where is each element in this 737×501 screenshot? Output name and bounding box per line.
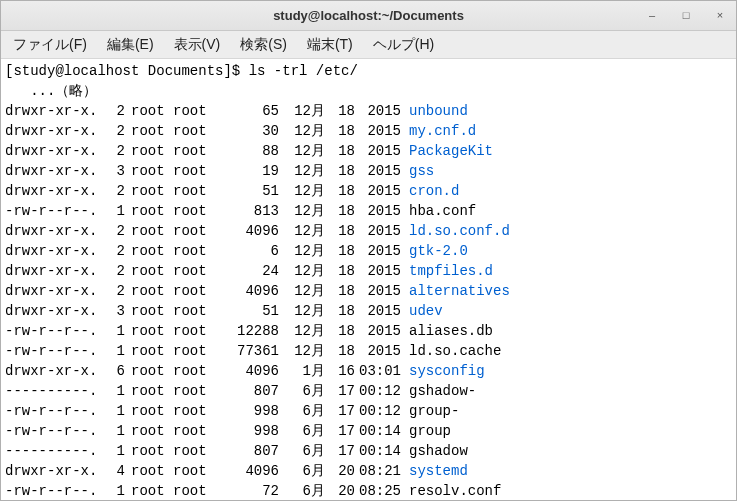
time-or-year: 2015 bbox=[355, 281, 409, 301]
ls-row: drwxr-xr-x.2rootroot3012月182015my.cnf.d bbox=[5, 121, 732, 141]
minimize-button[interactable]: – bbox=[642, 5, 662, 25]
day: 18 bbox=[325, 321, 355, 341]
filename: sysconfig bbox=[409, 361, 732, 381]
filename: udev bbox=[409, 301, 732, 321]
day: 18 bbox=[325, 301, 355, 321]
month: 6月 bbox=[279, 401, 325, 421]
link-count: 3 bbox=[95, 161, 125, 181]
permissions: ----------. bbox=[5, 381, 95, 401]
menu-search[interactable]: 検索(S) bbox=[232, 32, 295, 58]
time-or-year: 2015 bbox=[355, 321, 409, 341]
time-or-year: 2015 bbox=[355, 181, 409, 201]
menu-view[interactable]: 表示(V) bbox=[166, 32, 229, 58]
month: 12月 bbox=[279, 181, 325, 201]
menu-help[interactable]: ヘルプ(H) bbox=[365, 32, 442, 58]
month: 12月 bbox=[279, 261, 325, 281]
link-count: 2 bbox=[95, 261, 125, 281]
ls-row: drwxr-xr-x.2rootroot6512月182015unbound bbox=[5, 101, 732, 121]
owner: root bbox=[125, 301, 173, 321]
prompt: [study@localhost Documents]$ bbox=[5, 63, 249, 79]
close-button[interactable]: × bbox=[710, 5, 730, 25]
permissions: drwxr-xr-x. bbox=[5, 181, 95, 201]
maximize-button[interactable]: □ bbox=[676, 5, 696, 25]
owner: root bbox=[125, 441, 173, 461]
month: 12月 bbox=[279, 141, 325, 161]
size: 51 bbox=[223, 181, 279, 201]
owner: root bbox=[125, 281, 173, 301]
month: 12月 bbox=[279, 281, 325, 301]
link-count: 1 bbox=[95, 321, 125, 341]
time-or-year: 2015 bbox=[355, 101, 409, 121]
link-count: 6 bbox=[95, 361, 125, 381]
filename: group- bbox=[409, 401, 732, 421]
menu-edit[interactable]: 編集(E) bbox=[99, 32, 162, 58]
link-count: 3 bbox=[95, 301, 125, 321]
size: 12288 bbox=[223, 321, 279, 341]
day: 18 bbox=[325, 341, 355, 361]
owner: root bbox=[125, 481, 173, 500]
owner: root bbox=[125, 421, 173, 441]
time-or-year: 00:12 bbox=[355, 401, 409, 421]
permissions: -rw-r--r--. bbox=[5, 201, 95, 221]
titlebar: study@localhost:~/Documents – □ × bbox=[1, 1, 736, 31]
permissions: drwxr-xr-x. bbox=[5, 221, 95, 241]
link-count: 2 bbox=[95, 281, 125, 301]
filename: tmpfiles.d bbox=[409, 261, 732, 281]
filename: PackageKit bbox=[409, 141, 732, 161]
ls-row: drwxr-xr-x.2rootroot2412月182015tmpfiles.… bbox=[5, 261, 732, 281]
month: 12月 bbox=[279, 321, 325, 341]
size: 813 bbox=[223, 201, 279, 221]
filename: group bbox=[409, 421, 732, 441]
month: 6月 bbox=[279, 421, 325, 441]
size: 88 bbox=[223, 141, 279, 161]
day: 18 bbox=[325, 121, 355, 141]
group: root bbox=[173, 221, 223, 241]
day: 16 bbox=[325, 361, 355, 381]
ls-row: -rw-r--r--.1rootroot9986月1700:14group bbox=[5, 421, 732, 441]
time-or-year: 2015 bbox=[355, 341, 409, 361]
time-or-year: 2015 bbox=[355, 121, 409, 141]
terminal-area[interactable]: [study@localhost Documents]$ ls -trl /et… bbox=[1, 59, 736, 500]
filename: my.cnf.d bbox=[409, 121, 732, 141]
ls-row: -rw-r--r--.1rootroot9986月1700:12group- bbox=[5, 401, 732, 421]
command: ls -trl /etc/ bbox=[249, 63, 358, 79]
group: root bbox=[173, 401, 223, 421]
month: 6月 bbox=[279, 441, 325, 461]
group: root bbox=[173, 481, 223, 500]
permissions: -rw-r--r--. bbox=[5, 321, 95, 341]
size: 51 bbox=[223, 301, 279, 321]
filename: gshadow- bbox=[409, 381, 732, 401]
menu-file[interactable]: ファイル(F) bbox=[5, 32, 95, 58]
day: 18 bbox=[325, 241, 355, 261]
link-count: 1 bbox=[95, 421, 125, 441]
group: root bbox=[173, 201, 223, 221]
filename: gtk-2.0 bbox=[409, 241, 732, 261]
menu-terminal[interactable]: 端末(T) bbox=[299, 32, 361, 58]
ls-row: drwxr-xr-x.2rootroot409612月182015ld.so.c… bbox=[5, 221, 732, 241]
owner: root bbox=[125, 241, 173, 261]
month: 6月 bbox=[279, 481, 325, 500]
month: 12月 bbox=[279, 161, 325, 181]
group: root bbox=[173, 381, 223, 401]
month: 12月 bbox=[279, 301, 325, 321]
ls-row: -rw-r--r--.1rootroot81312月182015hba.conf bbox=[5, 201, 732, 221]
month: 12月 bbox=[279, 201, 325, 221]
omitted-output: ...（略） bbox=[5, 81, 732, 101]
permissions: drwxr-xr-x. bbox=[5, 161, 95, 181]
permissions: drwxr-xr-x. bbox=[5, 281, 95, 301]
owner: root bbox=[125, 161, 173, 181]
day: 17 bbox=[325, 381, 355, 401]
time-or-year: 03:01 bbox=[355, 361, 409, 381]
group: root bbox=[173, 441, 223, 461]
month: 12月 bbox=[279, 221, 325, 241]
permissions: drwxr-xr-x. bbox=[5, 241, 95, 261]
ls-row: drwxr-xr-x.6rootroot40961月1603:01sysconf… bbox=[5, 361, 732, 381]
filename: aliases.db bbox=[409, 321, 732, 341]
size: 998 bbox=[223, 421, 279, 441]
group: root bbox=[173, 161, 223, 181]
day: 17 bbox=[325, 421, 355, 441]
owner: root bbox=[125, 261, 173, 281]
permissions: ----------. bbox=[5, 441, 95, 461]
day: 18 bbox=[325, 261, 355, 281]
permissions: -rw-r--r--. bbox=[5, 341, 95, 361]
